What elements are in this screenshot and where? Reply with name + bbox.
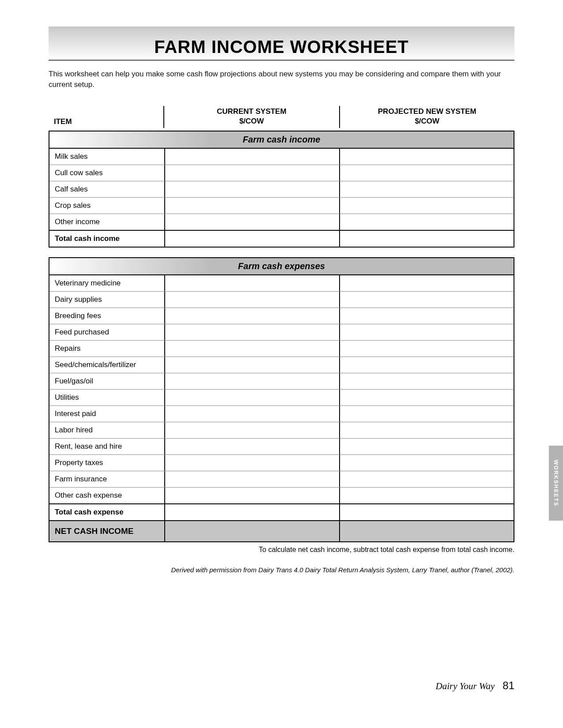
income-heading: Farm cash income — [49, 131, 514, 149]
row-current-cell[interactable] — [164, 214, 339, 230]
expenses-section: Farm cash expenses Veterinary medicineDa… — [49, 257, 514, 542]
row-label: Labor hired — [49, 422, 164, 438]
row-label: Repairs — [49, 341, 164, 356]
row-label: Crop sales — [49, 198, 164, 214]
row-label: Interest paid — [49, 406, 164, 422]
row-projected-cell[interactable] — [339, 324, 514, 340]
net-cash-income-projected[interactable] — [339, 521, 514, 541]
row-current-cell[interactable] — [164, 439, 339, 454]
expenses-total-current[interactable] — [164, 504, 339, 520]
net-cash-income-row: NET CASH INCOME — [49, 520, 514, 541]
row-current-cell[interactable] — [164, 324, 339, 340]
income-total-current[interactable] — [164, 231, 339, 247]
row-projected-cell[interactable] — [339, 488, 514, 503]
row-projected-cell[interactable] — [339, 198, 514, 214]
row-projected-cell[interactable] — [339, 292, 514, 308]
column-headers: ITEM CURRENT SYSTEM $/COW PROJECTED NEW … — [49, 106, 514, 128]
row-projected-cell[interactable] — [339, 275, 514, 291]
row-label: Other income — [49, 214, 164, 230]
row-label: Breeding fees — [49, 308, 164, 324]
expenses-total-projected[interactable] — [339, 504, 514, 520]
row-current-cell[interactable] — [164, 198, 339, 214]
calculation-note: To calculate net cash income, subtract t… — [49, 546, 514, 554]
row-label: Milk sales — [49, 149, 164, 165]
table-row: Fuel/gas/oil — [49, 373, 514, 390]
row-label: Dairy supplies — [49, 292, 164, 308]
column-header-item: ITEM — [49, 106, 163, 128]
row-label: Other cash expense — [49, 488, 164, 503]
column-header-projected-line1: PROJECTED NEW SYSTEM — [378, 107, 476, 116]
income-total-label: Total cash income — [49, 231, 164, 247]
table-row: Repairs — [49, 341, 514, 357]
row-current-cell[interactable] — [164, 149, 339, 165]
table-row: Dairy supplies — [49, 292, 514, 308]
side-tab-worksheets: WORKSHEETS — [549, 446, 563, 521]
page-title: FARM INCOME WORKSHEET — [154, 37, 409, 57]
footer-page-number: 81 — [503, 679, 514, 692]
row-projected-cell[interactable] — [339, 149, 514, 165]
income-section: Farm cash income Milk salesCull cow sale… — [49, 131, 514, 248]
table-row: Labor hired — [49, 422, 514, 439]
column-header-projected: PROJECTED NEW SYSTEM $/COW — [339, 106, 515, 128]
table-row: Veterinary medicine — [49, 275, 514, 292]
row-current-cell[interactable] — [164, 373, 339, 389]
table-row: Rent, lease and hire — [49, 439, 514, 455]
row-label: Farm insurance — [49, 471, 164, 487]
intro-text: This worksheet can help you make some ca… — [49, 69, 514, 90]
row-projected-cell[interactable] — [339, 214, 514, 230]
column-header-projected-line2: $/COW — [415, 117, 439, 125]
row-current-cell[interactable] — [164, 422, 339, 438]
row-label: Utilities — [49, 390, 164, 405]
table-row: Interest paid — [49, 406, 514, 422]
row-projected-cell[interactable] — [339, 181, 514, 197]
table-row: Calf sales — [49, 181, 514, 198]
row-projected-cell[interactable] — [339, 341, 514, 356]
row-projected-cell[interactable] — [339, 455, 514, 471]
expenses-heading: Farm cash expenses — [49, 258, 514, 275]
row-projected-cell[interactable] — [339, 373, 514, 389]
row-projected-cell[interactable] — [339, 439, 514, 454]
page-footer: Dairy Your Way 81 — [435, 679, 514, 692]
row-projected-cell[interactable] — [339, 471, 514, 487]
row-current-cell[interactable] — [164, 455, 339, 471]
expenses-total-label: Total cash expense — [49, 504, 164, 520]
row-current-cell[interactable] — [164, 471, 339, 487]
row-current-cell[interactable] — [164, 341, 339, 356]
row-current-cell[interactable] — [164, 292, 339, 308]
table-row: Milk sales — [49, 149, 514, 165]
row-projected-cell[interactable] — [339, 406, 514, 422]
column-header-current-line1: CURRENT SYSTEM — [217, 107, 287, 116]
table-row: Other income — [49, 214, 514, 230]
footer-book-title: Dairy Your Way — [435, 681, 495, 692]
row-projected-cell[interactable] — [339, 357, 514, 373]
row-current-cell[interactable] — [164, 275, 339, 291]
row-label: Property taxes — [49, 455, 164, 471]
table-row: Feed purchased — [49, 324, 514, 341]
row-projected-cell[interactable] — [339, 390, 514, 405]
table-row: Seed/chemicals/fertilizer — [49, 357, 514, 373]
row-current-cell[interactable] — [164, 390, 339, 405]
row-current-cell[interactable] — [164, 357, 339, 373]
row-label: Veterinary medicine — [49, 275, 164, 291]
row-current-cell[interactable] — [164, 488, 339, 503]
row-current-cell[interactable] — [164, 308, 339, 324]
column-header-current: CURRENT SYSTEM $/COW — [163, 106, 339, 128]
row-current-cell[interactable] — [164, 165, 339, 181]
income-total-row: Total cash income — [49, 230, 514, 247]
page-header: FARM INCOME WORKSHEET — [49, 26, 514, 61]
row-current-cell[interactable] — [164, 181, 339, 197]
table-row: Other cash expense — [49, 488, 514, 503]
row-current-cell[interactable] — [164, 406, 339, 422]
table-row: Crop sales — [49, 198, 514, 214]
net-cash-income-label: NET CASH INCOME — [49, 521, 164, 541]
row-projected-cell[interactable] — [339, 165, 514, 181]
row-label: Feed purchased — [49, 324, 164, 340]
table-row: Utilities — [49, 390, 514, 406]
row-projected-cell[interactable] — [339, 308, 514, 324]
net-cash-income-current[interactable] — [164, 521, 339, 541]
table-row: Breeding fees — [49, 308, 514, 324]
expenses-total-row: Total cash expense — [49, 503, 514, 520]
row-projected-cell[interactable] — [339, 422, 514, 438]
row-label: Seed/chemicals/fertilizer — [49, 357, 164, 373]
income-total-projected[interactable] — [339, 231, 514, 247]
